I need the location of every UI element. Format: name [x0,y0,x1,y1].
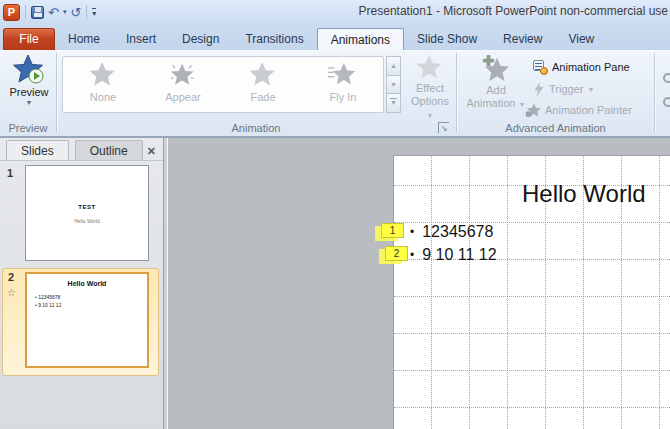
save-icon[interactable] [31,6,44,19]
slide-bullet-2[interactable]: •9 10 11 12 [410,246,497,264]
animation-gallery: None Appear Fade [62,56,384,113]
animation-order-tag-1[interactable]: 1 [381,223,404,238]
gallery-scroll-down-icon[interactable]: ▼ [386,76,401,95]
close-panel-icon[interactable]: ✕ [143,143,160,160]
gridline [431,156,432,429]
powerpoint-logo-icon[interactable]: P [3,4,20,21]
group-separator [654,53,655,133]
appear-star-icon [168,61,198,89]
add-animation-button[interactable]: Add Animation ▼ [465,54,527,111]
slide-editor-area: Hello World 1 2 •12345678 •9 10 11 12 [168,138,670,429]
slide-title-text[interactable]: Hello World [522,180,646,208]
gallery-scroll-up-icon[interactable]: ▲ [386,56,401,76]
trigger-dropdown-icon: ▼ [587,86,594,93]
preview-dropdown-icon: ▼ [6,99,52,106]
effect-options-dropdown-icon: ▼ [427,112,434,119]
effect-options-star-icon [415,54,445,82]
tab-outline[interactable]: Outline [75,140,143,160]
slide-thumbnail-row-2-selected[interactable]: 2 ☆ Hello World • 12345678 • 9 10 11 12 [2,268,159,376]
tab-review[interactable]: Review [490,28,555,50]
animation-painter-label: Animation Painter [545,104,632,116]
animation-option-appear[interactable]: Appear [143,57,223,112]
ribbon: Preview ▼ Preview None [0,50,670,136]
effect-options-label-line2: Options ▼ [407,95,453,122]
bullet-marker: • [410,225,414,239]
gallery-more-icon[interactable]: ▼ [386,94,401,113]
tab-slide-show[interactable]: Slide Show [404,28,490,50]
gallery-item-label: None [63,91,143,103]
advanced-animation-group: Add Animation ▼ Animation Pane Trigger [457,51,654,137]
undo-icon[interactable]: ↶ [48,6,59,19]
trigger-label: Trigger [549,83,583,95]
tab-transitions[interactable]: Transitions [232,28,316,50]
animation-order-tag-2[interactable]: 2 [385,246,408,261]
timing-clock-icon-partial [663,73,670,83]
animation-group-label: Animation [57,122,455,134]
animation-option-fade[interactable]: Fade [223,57,303,112]
gridline [659,156,660,429]
workspace: Slides Outline ✕ 1 TEST Hello World 2 ☆ … [0,138,670,429]
add-animation-label-line2: Animation ▼ [465,97,527,111]
ribbon-tab-row: File Home Insert Design Transitions Anim… [0,24,670,50]
gridline [507,156,508,429]
effect-options-label-line1: Effect [407,82,453,95]
animation-dialog-launcher-icon[interactable]: ↘ [438,122,449,133]
window-title: Presentation1 - Microsoft PowerPoint non… [359,4,668,18]
gridline [469,156,470,429]
tab-insert[interactable]: Insert [113,28,169,50]
fade-star-icon [248,61,278,89]
animation-pane-label: Animation Pane [552,61,630,73]
quick-access-toolbar: P ↶ ▾ ↺ ▾ [0,4,96,21]
tab-view[interactable]: View [555,28,607,50]
slide-number: 1 [7,167,13,179]
gridline [394,296,670,297]
none-star-icon [88,61,118,89]
add-animation-star-icon [479,54,513,84]
tab-slides[interactable]: Slides [6,140,69,160]
trigger-button[interactable]: Trigger ▼ [533,80,594,98]
animation-painter-icon [525,103,541,118]
tab-design[interactable]: Design [169,28,232,50]
gridline [394,407,670,408]
animation-painter-button[interactable]: Animation Painter [525,101,632,119]
redo-icon[interactable]: ↺ [70,6,81,19]
add-animation-label-line1: Add [465,84,527,97]
bullet-marker: • [410,248,414,262]
slide-canvas[interactable]: Hello World 1 2 •12345678 •9 10 11 12 [393,155,670,429]
play-animations-icon[interactable]: ☆ [7,287,16,298]
gallery-item-label: Appear [143,91,223,103]
gallery-item-label: Fade [223,91,303,103]
tab-file[interactable]: File [3,28,55,50]
preview-group-label: Preview [0,122,56,134]
divider [25,5,26,19]
animation-pane-button[interactable]: Animation Pane [533,58,630,76]
bullet-text: 9 10 11 12 [422,246,496,263]
preview-group: Preview ▼ Preview [0,51,56,137]
preview-button[interactable]: Preview ▼ [6,54,52,106]
animation-option-none[interactable]: None [63,57,143,112]
undo-dropdown-icon[interactable]: ▾ [63,8,67,16]
animation-group: None Appear Fade [57,51,455,137]
preview-label: Preview [6,86,52,99]
thumbnail-title: TEST [26,204,148,210]
slide-thumbnail-row-1[interactable]: 1 TEST Hello World [0,165,160,265]
slides-panel: Slides Outline ✕ 1 TEST Hello World 2 ☆ … [0,138,163,429]
slide-1-thumbnail[interactable]: TEST Hello World [25,165,149,261]
gallery-scrollbar: ▲ ▼ ▼ [386,56,401,113]
effect-options-button[interactable]: Effect Options ▼ [407,54,453,122]
tab-home[interactable]: Home [55,28,113,50]
bullet-text: 12345678 [422,223,493,240]
thumbnail-bullet: • 9 10 11 12 [35,301,147,309]
slide-bullet-1[interactable]: •12345678 [410,223,493,241]
trigger-bolt-icon [533,82,545,97]
animation-pane-icon [533,60,548,75]
tab-animations[interactable]: Animations [317,28,404,50]
slide-2-thumbnail[interactable]: Hello World • 12345678 • 9 10 11 12 [25,272,149,368]
customize-quick-access-icon[interactable]: ▾ [92,8,96,17]
preview-star-icon [12,54,46,86]
gridline [394,370,670,371]
animation-option-fly-in[interactable]: Fly In [303,57,383,112]
title-bar: P ↶ ▾ ↺ ▾ Presentation1 - Microsoft Powe… [0,0,670,24]
slide-number: 2 [8,271,14,283]
advanced-animation-group-label: Advanced Animation [457,122,654,134]
